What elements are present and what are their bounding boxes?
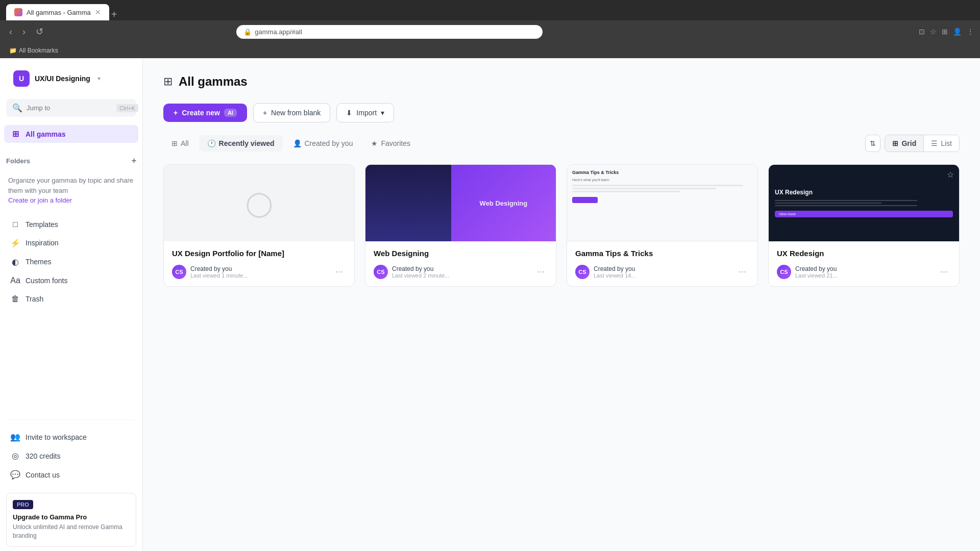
add-folder-button[interactable]: + xyxy=(132,156,136,165)
sidebar-item-templates[interactable]: □ Templates xyxy=(4,216,138,233)
bookmark-item[interactable]: 📁 All Bookmarks xyxy=(6,46,61,55)
gamma-tips-thumb: Gamma Tips & Tricks Here's what you'll l… xyxy=(567,165,757,241)
all-icon: ⊞ xyxy=(172,139,178,147)
menu-icon[interactable]: ⋮ xyxy=(967,28,974,36)
card-user-time: Last viewed 21... xyxy=(795,272,838,279)
sidebar-item-custom-fonts[interactable]: Aa Custom fonts xyxy=(4,272,138,289)
new-from-blank-button[interactable]: + New from blank xyxy=(253,103,330,122)
sidebar-item-label: Contact us xyxy=(26,471,60,479)
tab-created-by-you[interactable]: 👤 Created by you xyxy=(285,135,361,152)
page-header: ⊞ All gammas xyxy=(163,74,960,89)
sidebar-item-trash[interactable]: 🗑 Trash xyxy=(4,290,138,308)
sidebar-item-contact[interactable]: 💬 Contact us xyxy=(4,466,138,484)
bookmark-icon[interactable]: ☆ xyxy=(930,28,937,36)
search-input[interactable] xyxy=(27,104,112,112)
card-user-time: Last viewed 1 minute... xyxy=(190,272,248,279)
ux-bar-1 xyxy=(775,200,917,201)
search-bar[interactable]: 🔍 Ctrl+K xyxy=(6,99,136,117)
sidebar-item-label: 320 credits xyxy=(26,452,60,460)
sort-button[interactable]: ⇅ xyxy=(865,135,880,152)
new-tab-button[interactable]: + xyxy=(111,9,117,20)
card-title: UX Design Portfolio for [Name] xyxy=(172,248,346,259)
user-icon: 👤 xyxy=(293,139,302,147)
tab-all[interactable]: ⊞ All xyxy=(163,135,197,152)
star-icon: ★ xyxy=(371,139,378,147)
tips-bar-1 xyxy=(572,185,743,186)
card-title: Web Designing xyxy=(374,248,548,259)
card-user-name: Created by you xyxy=(594,265,636,272)
cards-grid: ◯ UX Design Portfolio for [Name] CS Crea… xyxy=(163,164,960,287)
plus-icon: + xyxy=(174,109,178,117)
tab-recently-viewed[interactable]: 🕐 Recently viewed xyxy=(199,135,283,152)
workspace-selector[interactable]: U UX/UI Designing ▾ xyxy=(8,66,106,91)
card-ux-redesign[interactable]: ☆ UX Redesign View more UX Redesign CS xyxy=(768,164,960,287)
pro-title: Upgrade to Gamma Pro xyxy=(13,513,130,521)
forward-button[interactable]: › xyxy=(19,24,29,39)
card-more-button[interactable]: ··· xyxy=(534,265,548,278)
tab-all-label: All xyxy=(181,139,189,147)
grid-icon: ⊞ xyxy=(892,139,898,147)
list-view-button[interactable]: ☰ List xyxy=(923,135,959,152)
tab-recently-label: Recently viewed xyxy=(219,139,275,147)
camera-icon[interactable]: ⊡ xyxy=(919,28,925,36)
card-more-button[interactable]: ··· xyxy=(937,265,951,278)
sidebar-item-invite[interactable]: 👥 Invite to workspace xyxy=(4,428,138,446)
card-thumbnail: Web Designing xyxy=(365,165,556,241)
lock-icon: 🔒 xyxy=(243,28,252,36)
active-tab[interactable]: All gammas - Gamma ✕ xyxy=(6,4,109,20)
card-more-button[interactable]: ··· xyxy=(736,265,749,278)
sidebar-item-all-gammas[interactable]: ⊞ All gammas xyxy=(4,125,138,143)
card-meta: CS Created by you Last viewed 1 minute..… xyxy=(172,265,346,279)
card-thumbnail: ◯ xyxy=(164,165,354,241)
bookmark-label: All Bookmarks xyxy=(19,47,58,54)
browser-tabs: All gammas - Gamma ✕ + xyxy=(6,0,117,20)
grid-icon: ⊞ xyxy=(10,129,20,139)
address-bar[interactable]: 🔒 gamma.app/#all xyxy=(236,25,543,39)
folders-section-header: Folders + xyxy=(0,152,142,169)
pro-banner[interactable]: PRO Upgrade to Gamma Pro Unlock unlimite… xyxy=(6,493,136,547)
list-label: List xyxy=(941,139,952,147)
card-thumbnail: ☆ UX Redesign View more xyxy=(769,165,959,241)
card-user-name: Created by you xyxy=(190,265,248,272)
sidebar-item-label: Inspiration xyxy=(26,239,59,247)
grid-view-button[interactable]: ⊞ Grid xyxy=(885,135,923,152)
view-controls: ⇅ ⊞ Grid ☰ List xyxy=(865,135,960,152)
fonts-icon: Aa xyxy=(10,276,20,285)
ux-redesign-thumb-title: UX Redesign xyxy=(775,189,953,196)
back-button[interactable]: ‹ xyxy=(6,24,15,39)
card-body: UX Redesign CS Created by you Last viewe… xyxy=(769,241,959,286)
sidebar-item-inspiration[interactable]: ⚡ Inspiration xyxy=(4,234,138,252)
create-new-button[interactable]: + Create new AI xyxy=(163,104,247,122)
profile-icon[interactable]: 👤 xyxy=(953,28,962,36)
tab-favicon xyxy=(14,8,22,16)
card-user-info: Created by you Last viewed 1 minute... xyxy=(190,265,248,279)
card-gamma-tips[interactable]: Gamma Tips & Tricks Here's what you'll l… xyxy=(567,164,758,287)
sidebar-item-label: Custom fonts xyxy=(26,277,67,285)
card-web-designing[interactable]: Web Designing Web Designing CS Created b… xyxy=(365,164,556,287)
card-user: CS Created by you Last viewed 21... xyxy=(777,265,838,279)
sidebar-item-themes[interactable]: ◐ Themes xyxy=(4,253,138,271)
card-more-button[interactable]: ··· xyxy=(332,265,346,278)
invite-icon: 👥 xyxy=(10,432,20,442)
tips-highlight xyxy=(572,197,598,203)
sidebar-divider xyxy=(8,419,134,420)
tab-close-button[interactable]: ✕ xyxy=(95,8,101,16)
import-button[interactable]: ⬇ Import ▾ xyxy=(336,103,394,122)
gamma-tips-subtitle: Here's what you'll learn: xyxy=(572,178,752,182)
search-icon: 🔍 xyxy=(12,103,22,113)
sidebar-secondary-nav: □ Templates ⚡ Inspiration ◐ Themes Aa Cu… xyxy=(0,212,142,313)
extensions-icon[interactable]: ⊞ xyxy=(942,28,948,36)
tab-favorites[interactable]: ★ Favorites xyxy=(363,135,419,152)
sidebar-item-label: Invite to workspace xyxy=(26,433,87,441)
sidebar-item-label: All gammas xyxy=(26,130,66,138)
view-toggle: ⊞ Grid ☰ List xyxy=(885,135,960,152)
card-ux-portfolio[interactable]: ◯ UX Design Portfolio for [Name] CS Crea… xyxy=(163,164,355,287)
bookmarks-bar: 📁 All Bookmarks xyxy=(0,43,980,58)
favorite-star-icon[interactable]: ☆ xyxy=(947,170,954,180)
create-folder-link[interactable]: Create or join a folder xyxy=(8,196,72,204)
reload-button[interactable]: ↺ xyxy=(33,24,46,39)
sidebar-item-credits[interactable]: ◎ 320 credits xyxy=(4,447,138,465)
tips-bar-2 xyxy=(572,188,716,189)
filter-row: ⊞ All 🕐 Recently viewed 👤 Created by you… xyxy=(163,135,960,152)
sidebar-item-label: Trash xyxy=(26,295,43,303)
